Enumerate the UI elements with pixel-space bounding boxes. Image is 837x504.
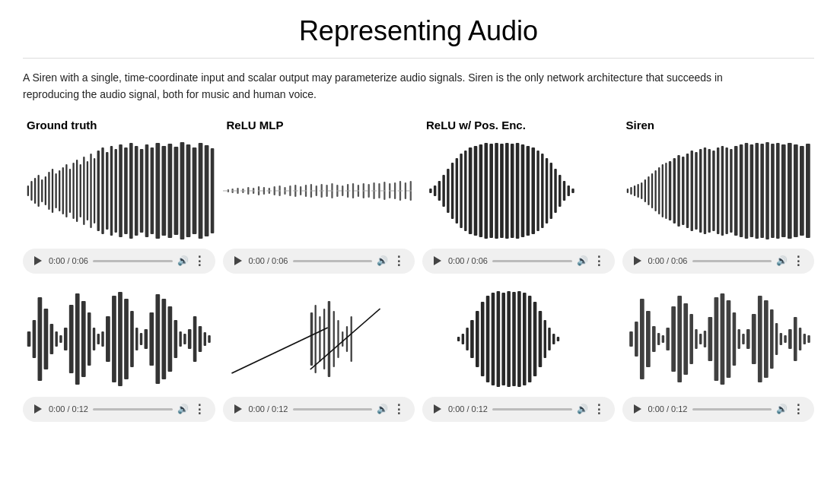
cell-r1-c2: 0:00 / 0:06 🔊 ⋮ <box>223 138 415 274</box>
volume-icon-r1-c3[interactable]: 🔊 <box>577 255 588 266</box>
svg-rect-178 <box>174 320 178 358</box>
svg-rect-120 <box>661 164 663 217</box>
play-button-r2-c2[interactable] <box>232 403 244 415</box>
audio-player-r2-c2: 0:00 / 0:12 🔊 ⋮ <box>223 397 415 422</box>
play-button-r2-c1[interactable] <box>32 403 44 415</box>
play-triangle-icon <box>234 404 242 414</box>
svg-rect-69 <box>368 184 369 198</box>
svg-rect-87 <box>464 151 466 231</box>
more-button-r1-c4[interactable]: ⋮ <box>792 254 805 268</box>
more-button-r2-c3[interactable]: ⋮ <box>593 402 606 417</box>
svg-rect-22 <box>106 152 108 230</box>
volume-icon-r2-c4[interactable]: 🔊 <box>776 404 788 414</box>
play-button-r1-c1[interactable] <box>32 255 44 267</box>
svg-rect-203 <box>481 302 485 376</box>
svg-rect-173 <box>145 329 148 349</box>
col-header-1: ReLU MLP <box>223 119 415 132</box>
progress-bar-r2-c4[interactable] <box>692 408 772 410</box>
svg-rect-89 <box>474 146 478 236</box>
play-button-r2-c4[interactable] <box>632 403 644 415</box>
play-triangle-icon <box>234 256 242 265</box>
more-button-r2-c4[interactable]: ⋮ <box>792 402 805 417</box>
svg-rect-157 <box>59 335 62 343</box>
more-button-r2-c1[interactable]: ⋮ <box>193 402 206 417</box>
svg-rect-64 <box>342 185 343 196</box>
svg-rect-231 <box>695 329 697 349</box>
svg-rect-205 <box>492 293 495 385</box>
svg-rect-211 <box>523 293 527 385</box>
progress-bar-r1-c3[interactable] <box>492 260 572 262</box>
progress-bar-r1-c2[interactable] <box>293 260 373 262</box>
svg-rect-101 <box>536 151 539 231</box>
progress-bar-r2-c3[interactable] <box>492 408 572 410</box>
svg-rect-206 <box>497 291 501 387</box>
svg-rect-224 <box>657 333 659 345</box>
svg-rect-179 <box>179 331 181 347</box>
volume-icon-r1-c2[interactable]: 🔊 <box>377 255 388 266</box>
waveform-r2-c2 <box>223 286 415 392</box>
svg-rect-113 <box>637 184 638 198</box>
svg-rect-236 <box>720 293 724 385</box>
svg-rect-7 <box>52 169 53 213</box>
svg-rect-131 <box>708 149 710 233</box>
svg-rect-216 <box>548 328 550 350</box>
svg-rect-30 <box>145 144 149 237</box>
svg-rect-66 <box>352 183 353 198</box>
more-button-r1-c2[interactable]: ⋮ <box>393 254 406 268</box>
svg-rect-190 <box>319 316 320 362</box>
volume-icon-r1-c1[interactable]: 🔊 <box>177 255 189 266</box>
svg-rect-253 <box>807 335 810 343</box>
progress-bar-r2-c1[interactable] <box>93 408 173 410</box>
svg-rect-61 <box>326 185 327 197</box>
volume-icon-r2-c1[interactable]: 🔊 <box>177 404 189 414</box>
svg-rect-103 <box>546 158 548 223</box>
play-button-r2-c3[interactable] <box>431 403 444 415</box>
more-button-r2-c2[interactable]: ⋮ <box>393 402 406 417</box>
svg-rect-143 <box>765 142 769 239</box>
svg-rect-199 <box>462 334 464 344</box>
svg-rect-102 <box>541 154 543 228</box>
svg-rect-162 <box>88 312 91 366</box>
volume-icon-r2-c2[interactable]: 🔊 <box>377 404 388 414</box>
waveform-r1-c2 <box>223 138 415 244</box>
svg-rect-197 <box>350 316 352 362</box>
waveform-r1-c1 <box>23 138 215 244</box>
svg-rect-241 <box>746 329 749 349</box>
more-button-r1-c1[interactable]: ⋮ <box>193 254 206 268</box>
progress-bar-r2-c2[interactable] <box>293 408 373 410</box>
svg-rect-21 <box>101 147 103 234</box>
play-button-r1-c4[interactable] <box>632 255 644 267</box>
svg-rect-138 <box>739 144 743 237</box>
svg-rect-204 <box>486 296 490 382</box>
svg-rect-164 <box>97 334 100 344</box>
svg-rect-239 <box>737 329 740 349</box>
svg-rect-16 <box>83 157 84 225</box>
svg-rect-140 <box>749 144 753 237</box>
cell-r2-c3: 0:00 / 0:12 🔊 ⋮ <box>422 286 615 422</box>
play-button-r1-c2[interactable] <box>232 255 244 267</box>
svg-rect-225 <box>661 335 664 343</box>
svg-rect-242 <box>751 314 756 364</box>
svg-rect-144 <box>771 144 775 238</box>
svg-rect-94 <box>500 144 504 238</box>
progress-bar-r1-c1[interactable] <box>93 260 173 262</box>
svg-rect-26 <box>124 147 128 234</box>
svg-rect-208 <box>507 291 511 387</box>
svg-rect-71 <box>378 183 380 198</box>
svg-rect-146 <box>781 144 785 237</box>
volume-icon-r2-c3[interactable]: 🔊 <box>577 404 588 414</box>
svg-rect-193 <box>333 311 334 367</box>
progress-bar-r1-c4[interactable] <box>692 260 772 262</box>
svg-rect-88 <box>469 147 473 234</box>
time-display-r1-c3: 0:00 / 0:06 <box>448 256 488 265</box>
time-display-r2-c1: 0:00 / 0:12 <box>49 404 88 414</box>
svg-rect-210 <box>517 291 521 387</box>
svg-rect-119 <box>658 167 660 214</box>
svg-rect-34 <box>168 144 173 238</box>
play-button-r1-c3[interactable] <box>431 255 444 267</box>
more-button-r1-c3[interactable]: ⋮ <box>593 254 606 268</box>
svg-rect-32 <box>155 143 160 239</box>
svg-rect-250 <box>793 317 797 361</box>
svg-rect-136 <box>730 149 732 233</box>
volume-icon-r1-c4[interactable]: 🔊 <box>776 255 788 266</box>
